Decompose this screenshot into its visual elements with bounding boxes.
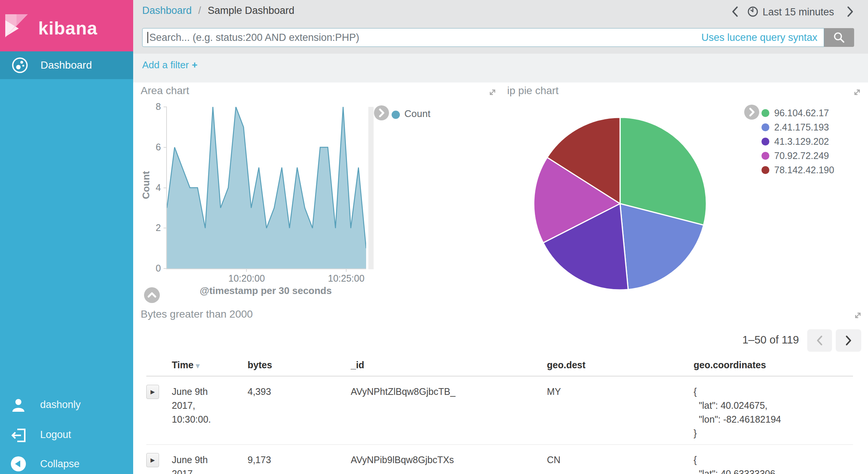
row-expand-button[interactable]: ▶ (146, 453, 159, 467)
legend-toggle-button[interactable] (744, 105, 759, 120)
area-panel-title[interactable]: Area chart (141, 85, 189, 97)
brand-wordmark: kibana (38, 18, 98, 39)
column-header--id[interactable]: _id (351, 360, 547, 370)
x-axis-tick-label: 10:25:00 (328, 273, 364, 284)
expand-panel-icon[interactable] (853, 310, 863, 320)
lucene-syntax-link[interactable]: Uses lucene query syntax (701, 32, 817, 44)
logout-icon (11, 427, 28, 444)
collapse-label: Collapse (40, 458, 80, 470)
legend-label: 41.3.129.202 (774, 136, 829, 147)
y-axis-tick-label: 0 (156, 263, 161, 274)
pie-legend-item[interactable]: 41.3.129.202 (761, 134, 834, 148)
sidebar-item-label: Dashboard (41, 51, 92, 79)
column-header-bytes[interactable]: bytes (248, 360, 351, 370)
table-body: ▶June 9th 2017, 10:30:00.4,393AVyNPhtZlB… (146, 376, 853, 474)
chevron-left-icon (730, 5, 740, 18)
chevron-right-icon (845, 5, 855, 18)
legend-color-dot (761, 123, 769, 131)
x-axis-tick (246, 268, 247, 272)
column-header-label: geo.coordinates (694, 360, 766, 370)
sidebar-brand-header[interactable]: kibana (0, 0, 133, 51)
y-axis-title: Count (140, 171, 152, 199)
pie-legend-item[interactable]: 70.92.72.249 (761, 148, 834, 163)
sidebar-item-logout[interactable]: Logout (0, 424, 133, 446)
username-label: dashonly (40, 399, 81, 411)
area-chart-svg[interactable] (167, 107, 366, 268)
kibana-dashboard-app: kibana Dashboard dashonly (0, 0, 868, 474)
expand-panel-icon[interactable] (488, 87, 497, 97)
column-header-geo-coordinates[interactable]: geo.coordinates (694, 360, 853, 370)
cell-time: June 9th 2017, (172, 453, 228, 474)
add-filter-label: Add a filter (142, 59, 189, 70)
column-header-geo-dest[interactable]: geo.dest (547, 360, 694, 370)
panel-collapse-button[interactable] (144, 287, 160, 303)
pie-legend-item[interactable]: 2.41.175.193 (761, 120, 834, 134)
pagination-next-button[interactable] (836, 329, 861, 352)
search-button[interactable] (824, 28, 854, 47)
collapse-circle-icon (11, 456, 26, 472)
table-row: ▶June 9th 2017, 10:30:00.4,393AVyNPhtZlB… (146, 376, 853, 445)
legend-color-dot (761, 138, 769, 146)
pie-panel-title[interactable]: ip pie chart (507, 85, 559, 97)
timepicker-forward-button[interactable] (845, 5, 856, 19)
y-axis-tick (164, 268, 167, 269)
table-panel-title[interactable]: Bytes greater than 2000 (141, 308, 253, 320)
table-row: ▶June 9th 2017,9,173AVyNPib9lBqw8GjbcTXs… (146, 445, 853, 474)
y-axis-tick-label: 8 (156, 101, 161, 112)
y-axis-tick-label: 2 (156, 222, 161, 233)
area-plot[interactable]: 0246810:20:0010:25:00 (166, 107, 366, 269)
y-axis-tick (164, 147, 167, 148)
x-axis-tick (346, 268, 347, 272)
count-series-dot[interactable] (392, 111, 400, 119)
cell-time: June 9th 2017, 10:30:00. (172, 385, 228, 426)
row-expand-cell: ▶ (146, 453, 172, 467)
breadcrumb-dashboard-link[interactable]: Dashboard (142, 5, 192, 16)
logout-label: Logout (40, 429, 71, 441)
column-header-label: geo.dest (547, 360, 586, 370)
breadcrumb-separator: / (195, 5, 205, 16)
cell-bytes: 4,393 (248, 385, 351, 399)
legend-color-dot (761, 109, 769, 117)
legend-toggle-button[interactable] (374, 105, 389, 120)
pie-chart[interactable] (533, 116, 707, 291)
y-axis-tick-label: 6 (156, 142, 161, 153)
chevron-right-circle-icon (374, 105, 389, 120)
row-expand-cell: ▶ (146, 385, 172, 399)
row-expand-button[interactable]: ▶ (146, 385, 159, 399)
expand-panel-icon[interactable] (852, 87, 862, 97)
sort-caret-icon[interactable]: ▾ (196, 362, 200, 370)
plus-icon: + (192, 59, 197, 70)
timepicker-back-button[interactable] (730, 5, 742, 19)
column-header-label: bytes (248, 360, 272, 370)
search-icon (833, 31, 845, 44)
y-axis-tick (164, 228, 167, 228)
y-axis-tick (164, 188, 167, 188)
chevron-right-icon (844, 334, 853, 346)
text-cursor (147, 32, 148, 43)
pie-chart-svg (533, 116, 707, 291)
sidebar-item-collapse[interactable]: Collapse (0, 454, 133, 474)
x-axis-title: @timestamp per 30 seconds (166, 285, 365, 297)
count-legend-label[interactable]: Count (404, 108, 430, 120)
cell-geo-dest: MY (547, 385, 694, 399)
cell-id: AVyNPhtZlBqw8GjbcTB_ (351, 385, 547, 399)
y-axis-tick-label: 4 (156, 182, 161, 193)
column-header-time[interactable]: Time▾ (172, 360, 248, 370)
add-filter-link[interactable]: Add a filter+ (142, 59, 197, 71)
timepicker-label[interactable]: Last 15 minutes (763, 6, 834, 18)
breadcrumb: Dashboard / Sample Dashboard (142, 5, 294, 16)
pagination-prev-button[interactable] (807, 329, 832, 352)
sidebar-item-user[interactable]: dashonly (0, 394, 133, 416)
legend-color-dot (761, 166, 769, 174)
data-table: Time▾bytes_idgeo.destgeo.coordinates ▶Ju… (146, 354, 853, 474)
chevron-left-icon (815, 334, 824, 346)
sidebar-item-dashboard[interactable]: Dashboard (0, 51, 133, 79)
clock-icon (747, 6, 759, 18)
x-axis-tick-label: 10:20:00 (228, 273, 265, 284)
pie-legend-item[interactable]: 78.142.42.190 (761, 163, 834, 177)
partial-bucket-strip (368, 107, 374, 269)
pie-legend-item[interactable]: 96.104.62.17 (761, 106, 834, 120)
legend-label: 70.92.72.249 (774, 150, 829, 161)
top-navbar: Dashboard / Sample Dashboard Last 15 min… (133, 0, 868, 54)
legend-label: 78.142.42.190 (774, 165, 834, 176)
